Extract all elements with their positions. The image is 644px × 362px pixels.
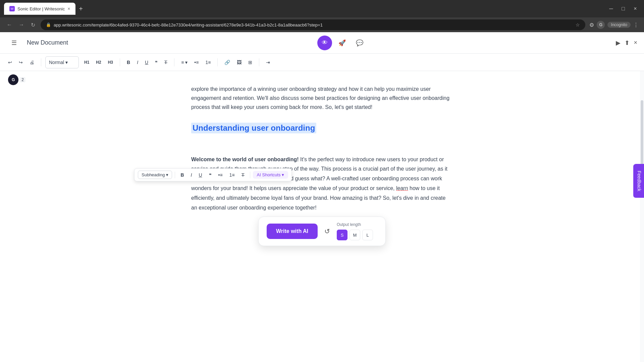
ai-shortcuts-btn[interactable]: AI Shortcuts ▾ (253, 171, 288, 179)
bullet-list-btn[interactable]: •≡ (192, 57, 201, 68)
sub-bullet-btn[interactable]: •≡ (216, 171, 225, 179)
sub-style-dropdown[interactable]: Subheading ▾ (138, 171, 172, 179)
collaborator-badge: G 2 (8, 74, 25, 85)
learn-word: learn (396, 185, 408, 191)
indent-icon: ⇥ (266, 60, 270, 65)
style-dropdown-icon: ▾ (65, 60, 68, 65)
editor-area[interactable]: explore the importance of a winning user… (171, 71, 473, 266)
sub-numbered-btn[interactable]: 1≡ (227, 171, 237, 179)
tab-bar: W Sonic Editor | Writesonic × + (4, 3, 83, 15)
back-btn[interactable]: ← (5, 20, 13, 29)
link-btn[interactable]: 🔗 (222, 57, 233, 68)
header-center-icons: 👁 🚀 💬 (73, 36, 610, 50)
document-title[interactable]: New Document (27, 39, 68, 46)
refresh-btn[interactable]: ↻ (30, 20, 37, 29)
app-header: ☰ New Document 👁 🚀 💬 ▶ ⬆ × (0, 32, 644, 54)
tab-close-btn[interactable]: × (67, 6, 70, 11)
profile-icon[interactable]: G (597, 21, 605, 29)
extensions-icon[interactable]: ⚙ (589, 22, 594, 28)
maximize-btn[interactable]: □ (619, 4, 628, 13)
clear-format-icon: T̶ (164, 60, 167, 65)
sub-numbered-icon: 1≡ (229, 172, 235, 178)
write-ai-panel: Write with AI ↺ Output length S M L (258, 217, 386, 246)
sub-bullet-icon: •≡ (218, 172, 223, 178)
heading-group: H1 H2 H3 (82, 57, 116, 68)
h1-icon: H1 (84, 60, 89, 65)
sub-italic-btn[interactable]: I (188, 171, 195, 179)
rocket-btn[interactable]: 🚀 (335, 36, 350, 50)
write-with-ai-btn[interactable]: Write with AI (267, 224, 318, 239)
scrollbar-track[interactable] (640, 71, 644, 362)
output-s-btn[interactable]: S (337, 230, 347, 240)
url-text: app.writesonic.com/template/6bc4afed-937… (54, 22, 573, 27)
address-actions: ☆ (576, 22, 580, 27)
quote-btn[interactable]: ❝ (152, 57, 160, 68)
floating-toolbar: Subheading ▾ B I U ❝ •≡ 1≡ T̶ (134, 168, 292, 181)
sub-clear-btn[interactable]: T̶ (239, 171, 247, 179)
output-length-section: Output length S M L (337, 222, 373, 240)
style-dropdown[interactable]: Normal ▾ (45, 56, 79, 68)
chat-icon: 💬 (356, 39, 363, 47)
bold-intro: Welcome to the world of user onboarding! (191, 157, 299, 162)
redo-btn[interactable]: ↪ (16, 57, 25, 68)
format-group: B I U ❝ T̶ (124, 57, 170, 68)
sub-quote-icon: ❝ (209, 172, 212, 178)
print-btn[interactable]: 🖨 (27, 57, 37, 68)
menu-toggle-btn[interactable]: ☰ (7, 36, 21, 50)
body-paragraph[interactable]: Welcome to the world of user onboarding!… (191, 155, 453, 213)
close-btn[interactable]: × (634, 39, 637, 46)
avatar: G (8, 74, 18, 85)
underline-icon: U (145, 60, 148, 65)
italic-icon: I (137, 60, 138, 65)
underline-btn[interactable]: U (142, 57, 151, 68)
sub-quote-btn[interactable]: ❝ (206, 171, 214, 179)
new-tab-btn[interactable]: + (79, 5, 83, 13)
ai-shortcuts-dropdown-icon: ▾ (282, 172, 284, 177)
sub-underline-btn[interactable]: U (196, 171, 205, 179)
feedback-tab[interactable]: Feedback (633, 164, 644, 198)
indent-btn[interactable]: ⇥ (263, 57, 273, 68)
collaborator-count: 2 (20, 77, 25, 82)
eye-btn[interactable]: 👁 (317, 36, 332, 50)
chat-btn[interactable]: 💬 (352, 36, 367, 50)
output-l-btn[interactable]: L (362, 230, 373, 240)
close-window-btn[interactable]: × (631, 4, 640, 13)
subheading-text[interactable]: Understanding user onboarding (191, 123, 316, 133)
address-field[interactable]: 🔒 app.writesonic.com/template/6bc4afed-9… (41, 19, 585, 30)
divider-4 (217, 58, 218, 66)
clear-format-btn[interactable]: T̶ (162, 57, 170, 68)
divider-3 (174, 58, 174, 66)
sub-bold-btn[interactable]: B (178, 171, 186, 179)
intro-text: explore the importance of a winning user… (191, 84, 453, 112)
divider-1 (41, 58, 41, 66)
bookmark-icon[interactable]: ☆ (576, 22, 580, 27)
write-ai-label: Write with AI (276, 228, 308, 234)
history-group: ↩ ↪ 🖨 (5, 57, 37, 68)
bold-icon: B (127, 60, 130, 65)
share-icon[interactable]: ⬆ (625, 39, 630, 47)
numbered-list-btn[interactable]: 1≡ (203, 57, 213, 68)
sub-style-label: Subheading (142, 172, 165, 177)
h3-btn[interactable]: H3 (105, 57, 116, 68)
minimize-btn[interactable]: ─ (606, 4, 616, 13)
h2-btn[interactable]: H2 (93, 57, 104, 68)
image-btn[interactable]: 🖼 (234, 57, 244, 68)
output-length-buttons: S M L (337, 230, 373, 240)
active-tab[interactable]: W Sonic Editor | Writesonic × (4, 3, 75, 15)
bold-btn[interactable]: B (124, 57, 133, 68)
more-options-icon[interactable]: ⋮ (633, 22, 639, 28)
insert-group: 🔗 🖼 ⊞ (222, 57, 255, 68)
align-btn[interactable]: ≡ ▾ (178, 57, 190, 68)
forward-btn[interactable]: → (17, 20, 25, 29)
output-m-btn[interactable]: M (350, 230, 360, 240)
table-btn[interactable]: ⊞ (246, 57, 255, 68)
quote-icon: ❝ (155, 60, 158, 65)
numbered-list-icon: 1≡ (205, 60, 211, 65)
play-icon[interactable]: ▶ (616, 39, 621, 47)
h1-btn[interactable]: H1 (82, 57, 92, 68)
italic-btn[interactable]: I (134, 57, 141, 68)
main-content[interactable]: G 2 explore the importance of a winning … (0, 71, 644, 362)
undo-btn[interactable]: ↩ (5, 57, 15, 68)
eye-icon: 👁 (322, 39, 328, 46)
refresh-output-btn[interactable]: ↺ (324, 227, 330, 235)
